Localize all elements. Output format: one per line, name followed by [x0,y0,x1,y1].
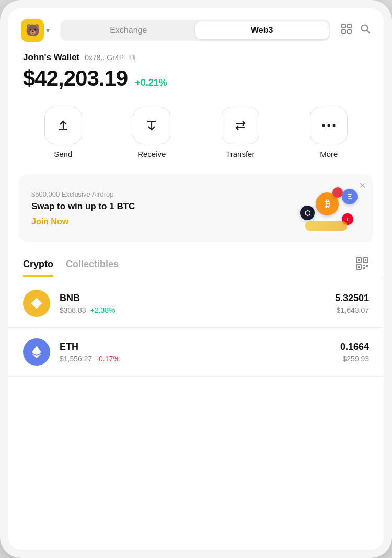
expand-icon[interactable] [341,23,352,38]
copy-icon[interactable]: ⧉ [129,53,135,62]
actions-row: Send Receive [8,101,384,169]
svg-rect-21 [363,267,365,269]
banner-image: ⬡ ₿ Ξ T [295,185,363,232]
svg-marker-27 [37,346,41,355]
qr-code-icon[interactable] [355,257,369,279]
tab-crypto[interactable]: Crypto [23,259,53,277]
balance-change: +0.21% [135,77,167,88]
chevron-down-icon: ▾ [46,26,50,35]
send-button[interactable]: Send [44,107,82,158]
tab-exchange[interactable]: Exchange [62,21,195,39]
asset-tabs: Crypto Collectibles [8,253,384,279]
svg-rect-17 [365,259,366,261]
wallet-label: John's Wallet 0x78...Gr4P ⧉ [23,52,369,63]
phone-frame: 🐻 ▾ Exchange Web3 [0,0,392,558]
tab-web3[interactable]: Web3 [195,21,329,39]
wallet-name: John's Wallet [23,52,79,63]
balance-row: $42,203.19 +0.21% [23,66,369,91]
banner-title: Swap to win up to 1 BTC [31,201,295,212]
bnb-value: 5.32501 $1,643.07 [335,293,369,314]
eth-info: ETH $1,556.27 -0.17% [60,341,340,363]
svg-rect-18 [358,266,360,268]
bnb-info: BNB $308.83 +2.38% [60,293,335,314]
asset-item-bnb[interactable]: BNB $308.83 +2.38% 5.32501 $1,643.07 [8,279,384,328]
more-button[interactable]: More [310,107,348,158]
banner-close-button[interactable]: ✕ [359,180,366,190]
bnb-usd: $1,643.07 [335,306,369,314]
airdrop-banner: $500,000 Exclusive Airdrop Swap to win u… [19,174,373,242]
coin-red-icon [332,187,343,198]
banner-pedestal [305,221,347,231]
eth-symbol: ETH [60,341,340,352]
join-now-button[interactable]: Join Now [31,217,68,226]
bnb-symbol: BNB [60,293,335,304]
banner-subtitle: $500,000 Exclusive Airdrop [31,190,295,198]
asset-item-eth[interactable]: ETH $1,556.27 -0.17% 0.1664 $259.93 [8,328,384,377]
more-label: More [320,150,338,158]
eth-amount: 0.1664 [340,341,369,352]
transfer-button[interactable]: Transfer [222,107,259,158]
eth-usd: $259.93 [340,355,369,363]
app-container: 🐻 ▾ Exchange Web3 [8,8,384,550]
app-logo: 🐻 [21,19,44,42]
wallet-address: 0x78...Gr4P [85,53,124,62]
eth-change: -0.17% [96,355,119,363]
send-icon [44,107,82,144]
header-icons [341,23,371,38]
balance-amount: $42,203.19 [23,66,128,91]
search-icon[interactable] [360,23,371,38]
eth-icon [23,338,50,366]
svg-rect-20 [366,265,368,267]
transfer-label: Transfer [226,150,255,158]
transfer-icon [222,107,259,144]
bnb-change: +2.38% [90,306,116,314]
eth-value: 0.1664 $259.93 [340,341,369,363]
coin-bnb-icon: ⬡ [300,206,315,220]
eth-price: $1,556.27 [60,355,92,363]
receive-label: Receive [137,150,166,158]
bnb-amount: 5.32501 [335,293,369,304]
receive-icon [133,107,170,144]
header: 🐻 ▾ Exchange Web3 [8,8,384,48]
bnb-icon [23,290,50,317]
svg-rect-3 [348,30,351,33]
coin-eth-icon: Ξ [342,189,358,204]
svg-rect-0 [342,24,345,28]
svg-point-4 [362,25,368,31]
bnb-price: $308.83 [60,306,86,314]
logo-button[interactable]: 🐻 ▾ [21,19,50,42]
asset-list: BNB $308.83 +2.38% 5.32501 $1,643.07 [8,279,384,550]
main-tab-group: Exchange Web3 [60,20,330,41]
svg-rect-2 [342,30,345,33]
balance-section: John's Wallet 0x78...Gr4P ⧉ $42,203.19 +… [8,48,384,101]
send-label: Send [54,150,72,158]
svg-rect-16 [358,259,360,261]
svg-marker-26 [32,346,37,355]
banner-text: $500,000 Exclusive Airdrop Swap to win u… [31,190,295,226]
svg-rect-1 [348,24,351,28]
svg-line-5 [367,30,370,33]
svg-point-12 [333,124,336,127]
svg-point-11 [328,124,330,127]
svg-point-10 [322,124,325,127]
tab-collectibles[interactable]: Collectibles [66,259,119,277]
receive-button[interactable]: Receive [133,107,170,158]
eth-price-row: $1,556.27 -0.17% [60,355,340,363]
more-icon [310,107,348,144]
svg-rect-19 [363,265,365,266]
bnb-price-row: $308.83 +2.38% [60,306,335,314]
